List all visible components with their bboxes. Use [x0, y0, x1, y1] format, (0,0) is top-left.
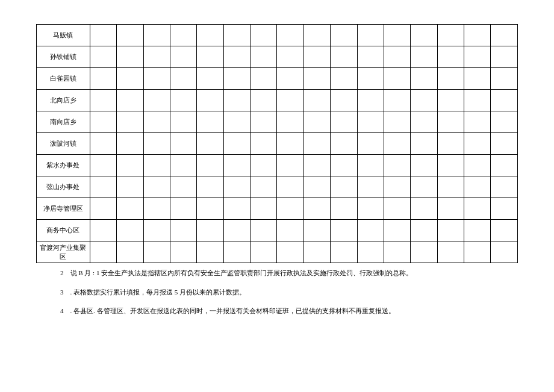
data-cell	[491, 25, 518, 46]
table-row: 白雀园镇	[37, 68, 518, 90]
data-cell	[303, 198, 330, 220]
data-cell	[143, 198, 170, 220]
data-cell	[117, 155, 143, 176]
data-cell	[357, 133, 384, 155]
data-cell	[491, 68, 518, 90]
data-cell	[143, 220, 170, 241]
data-cell	[251, 25, 277, 46]
data-cell	[464, 25, 491, 46]
data-cell	[331, 25, 357, 46]
data-cell	[384, 25, 410, 46]
data-cell	[197, 220, 223, 241]
data-cell	[384, 133, 410, 155]
data-cell	[437, 68, 464, 90]
data-cell	[384, 241, 410, 263]
data-cell	[197, 90, 223, 111]
data-cell	[170, 46, 196, 68]
data-cell	[464, 176, 491, 198]
data-cell	[277, 111, 303, 133]
data-cell	[437, 241, 464, 263]
data-cell	[357, 155, 384, 176]
data-cell	[143, 25, 170, 46]
data-cell	[223, 68, 250, 90]
data-cell	[331, 133, 357, 155]
data-cell	[303, 90, 330, 111]
data-cell	[411, 241, 437, 263]
data-cell	[357, 241, 384, 263]
data-cell	[251, 90, 277, 111]
data-cell	[437, 111, 464, 133]
data-cell	[197, 155, 223, 176]
data-cell	[197, 111, 223, 133]
data-cell	[90, 176, 116, 198]
data-cell	[197, 25, 223, 46]
data-cell	[143, 111, 170, 133]
row-label: 马贩镇	[37, 25, 90, 46]
data-cell	[411, 111, 437, 133]
data-cell	[491, 90, 518, 111]
data-cell	[197, 68, 223, 90]
data-cell	[411, 68, 437, 90]
table-row: 商务中心区	[37, 220, 518, 241]
data-cell	[331, 68, 357, 90]
data-cell	[437, 198, 464, 220]
row-label: 净居寺管理区	[37, 198, 90, 220]
data-cell	[223, 25, 250, 46]
data-cell	[464, 198, 491, 220]
data-cell	[277, 176, 303, 198]
data-cell	[197, 241, 223, 263]
data-cell	[143, 155, 170, 176]
data-cell	[491, 176, 518, 198]
data-cell	[411, 25, 437, 46]
data-cell	[90, 68, 116, 90]
row-label: 孙铁铺镇	[37, 46, 90, 68]
data-cell	[303, 176, 330, 198]
data-cell	[90, 220, 116, 241]
data-cell	[170, 111, 196, 133]
table-row: 孙铁铺镇	[37, 46, 518, 68]
row-label: 商务中心区	[37, 220, 90, 241]
table-row: 南向店乡	[37, 111, 518, 133]
data-cell	[277, 155, 303, 176]
data-cell	[277, 220, 303, 241]
data-cell	[117, 68, 143, 90]
data-cell	[223, 155, 250, 176]
data-cell	[251, 220, 277, 241]
data-cell	[117, 198, 143, 220]
data-cell	[251, 198, 277, 220]
data-cell	[251, 241, 277, 263]
data-cell	[331, 155, 357, 176]
data-cell	[357, 25, 384, 46]
data-cell	[223, 241, 250, 263]
data-cell	[464, 46, 491, 68]
table-row: 马贩镇	[37, 25, 518, 46]
data-cell	[251, 133, 277, 155]
data-cell	[170, 68, 196, 90]
data-cell	[251, 111, 277, 133]
data-cell	[384, 155, 410, 176]
data-cell	[277, 46, 303, 68]
data-cell	[357, 198, 384, 220]
data-cell	[277, 25, 303, 46]
data-cell	[384, 176, 410, 198]
data-cell	[90, 25, 116, 46]
data-cell	[384, 198, 410, 220]
data-cell	[277, 68, 303, 90]
data-cell	[303, 155, 330, 176]
data-cell	[117, 176, 143, 198]
data-cell	[223, 220, 250, 241]
data-cell	[117, 90, 143, 111]
data-cell	[464, 220, 491, 241]
data-cell	[197, 198, 223, 220]
data-cell	[411, 90, 437, 111]
data-cell	[223, 198, 250, 220]
data-cell	[90, 241, 116, 263]
data-cell	[303, 25, 330, 46]
data-cell	[464, 133, 491, 155]
data-cell	[491, 111, 518, 133]
data-cell	[170, 241, 196, 263]
row-label: 白雀园镇	[37, 68, 90, 90]
data-cell	[223, 90, 250, 111]
data-cell	[223, 176, 250, 198]
data-cell	[357, 68, 384, 90]
